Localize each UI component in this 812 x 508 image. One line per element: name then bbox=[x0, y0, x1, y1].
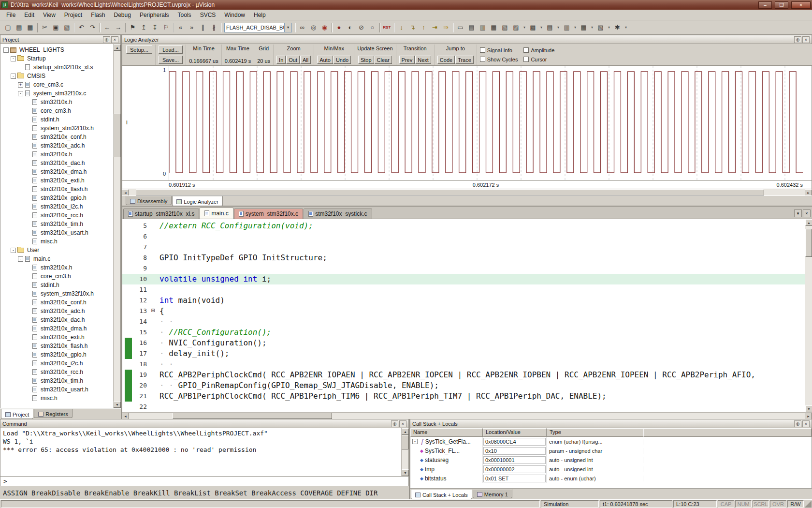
incremental-find-button[interactable]: ◉ bbox=[319, 22, 330, 33]
tree-item-misc-h[interactable]: misc.h bbox=[0, 394, 113, 403]
tree-item-stm32f10x-adc-h[interactable]: stm32f10x_adc.h bbox=[0, 141, 113, 150]
tab-disassembly[interactable]: Disassembly bbox=[126, 196, 172, 205]
find-button[interactable]: ◎ bbox=[308, 22, 319, 33]
pin-icon[interactable]: ◎ bbox=[794, 420, 801, 427]
close-icon[interactable]: × bbox=[111, 36, 118, 43]
tree-expander-icon[interactable]: + bbox=[18, 82, 23, 88]
tree-expander-icon[interactable]: - bbox=[18, 91, 23, 96]
la-all-button[interactable]: All bbox=[300, 56, 311, 64]
la-stop-button[interactable]: Stop bbox=[358, 56, 374, 64]
la-out-button[interactable]: Out bbox=[286, 56, 300, 64]
flash-config-combo[interactable]: FLASH_ACR_DISAB_BUF▾ bbox=[224, 23, 292, 32]
tree-expander-icon[interactable]: - bbox=[18, 256, 23, 262]
indent-button[interactable]: » bbox=[186, 22, 197, 33]
chevron-down-icon[interactable]: ▾ bbox=[284, 23, 291, 32]
tree-item-stm32f10x-tim-h[interactable]: stm32f10x_tim.h bbox=[0, 220, 113, 228]
editor-tab-startup-stm32f10x-xl-s[interactable]: startup_stm32f10x_xl.s bbox=[123, 209, 199, 219]
checkbox-amplitude[interactable]: Amplitude bbox=[523, 47, 554, 53]
run-button[interactable]: ⇒ bbox=[440, 22, 451, 33]
step-button[interactable]: ↓ bbox=[396, 22, 407, 33]
title-bar[interactable]: µ D:\Xtra_works\Keil_works\WheelLights\W… bbox=[0, 0, 812, 10]
pin-icon[interactable]: ◎ bbox=[391, 420, 398, 427]
tree-item-misc-h[interactable]: misc.h bbox=[0, 237, 113, 246]
tree-item-stm32f10x-dac-h[interactable]: stm32f10x_dac.h bbox=[0, 159, 113, 167]
la-prev-button[interactable]: Prev bbox=[399, 56, 415, 64]
tree-item-stm32f10x-h[interactable]: stm32f10x.h bbox=[0, 150, 113, 159]
scroll-track[interactable] bbox=[805, 226, 812, 405]
scroll-track[interactable] bbox=[402, 435, 408, 469]
tree-expander-icon[interactable]: - bbox=[11, 248, 16, 253]
scroll-thumb[interactable] bbox=[136, 189, 764, 195]
outdent-button[interactable]: « bbox=[175, 22, 186, 33]
checkbox-icon[interactable] bbox=[523, 57, 529, 62]
menu-help[interactable]: Help bbox=[249, 10, 270, 20]
scroll-up-icon[interactable]: ▲ bbox=[114, 44, 121, 51]
la-clear-button[interactable]: Clear bbox=[375, 56, 392, 64]
tab-project[interactable]: Project bbox=[1, 409, 33, 419]
editor-h-scrollbar[interactable]: ◄ ► bbox=[122, 412, 812, 419]
scroll-thumb[interactable] bbox=[402, 435, 408, 449]
tree-item-user[interactable]: -User bbox=[0, 246, 113, 254]
chevron-down-icon[interactable]: ▾ bbox=[555, 22, 561, 33]
trace-window-button[interactable]: ▦ bbox=[578, 22, 589, 33]
editor-tab-system-stm32f10x-c[interactable]: system_stm32f10x.c bbox=[234, 209, 303, 219]
checkbox-icon[interactable] bbox=[523, 47, 529, 53]
minimize-button[interactable]: – bbox=[758, 1, 772, 9]
code-line-19[interactable]: 19RCC_APB2PeriphClockCmd( RCC_APB2ENR_IO… bbox=[122, 370, 805, 380]
tree-item-stm32f10x-dma-h[interactable]: stm32f10x_dma.h bbox=[0, 324, 113, 333]
toggle-bookmark-button[interactable]: ⚑ bbox=[127, 22, 138, 33]
reset-cpu-button[interactable]: RST bbox=[381, 22, 392, 33]
serial-window-button[interactable]: ▤ bbox=[544, 22, 555, 33]
tree-item-wheel-lights[interactable]: -WHEEL_LIGHTS bbox=[0, 45, 113, 54]
code-line-8[interactable]: 8GPIO_InitTypeDef GPIO_InitStructure; bbox=[122, 253, 805, 263]
tree-item-stm32f10x-flash-h[interactable]: stm32f10x_flash.h bbox=[0, 185, 113, 194]
tab-logic-analyzer[interactable]: Logic Analyzer bbox=[172, 196, 223, 206]
scroll-right-icon[interactable]: ► bbox=[805, 413, 812, 419]
comment-selection-button[interactable]: ∥ bbox=[197, 22, 208, 33]
editor-v-scrollbar[interactable]: ▲ ▼ bbox=[805, 219, 812, 412]
memory-window-button[interactable]: ▩ bbox=[527, 22, 538, 33]
tree-item-stm32f10x-conf-h[interactable]: stm32f10x_conf.h bbox=[0, 133, 113, 141]
code-line-11[interactable]: 11 bbox=[122, 284, 805, 295]
tree-item-stm32f10x-exti-h[interactable]: stm32f10x_exti.h bbox=[0, 176, 113, 185]
command-input[interactable]: > bbox=[0, 477, 409, 486]
code-line-12[interactable]: 12int main(void) bbox=[122, 295, 805, 306]
callstack-row-systick-fl[interactable]: ◆SysTick_FL...0x10param - unsigned char bbox=[410, 446, 812, 455]
scroll-up-icon[interactable]: ▲ bbox=[805, 219, 812, 226]
close-button[interactable]: × bbox=[791, 1, 811, 9]
callstack-value[interactable]: 0x10 bbox=[483, 447, 546, 455]
menu-tools[interactable]: Tools bbox=[174, 10, 196, 20]
scroll-track[interactable] bbox=[129, 413, 805, 419]
callstack-row-tmp[interactable]: ◆tmp0x00000002auto - unsigned int bbox=[410, 464, 812, 474]
clear-bookmarks-button[interactable]: ⚐ bbox=[160, 22, 172, 33]
tree-item-main-c[interactable]: -main.c bbox=[0, 254, 113, 263]
la-plot[interactable] bbox=[169, 66, 803, 180]
tree-item-stm32f10x-adc-h[interactable]: stm32f10x_adc.h bbox=[0, 307, 113, 315]
code-line-13[interactable]: 13⊟{ bbox=[122, 306, 805, 316]
open-file-button[interactable]: ▤ bbox=[14, 22, 25, 33]
tree-item-stm32f10x-h[interactable]: stm32f10x.h bbox=[0, 98, 113, 106]
menu-project[interactable]: Project bbox=[60, 10, 87, 20]
step-over-button[interactable]: ↴ bbox=[407, 22, 418, 33]
undo-button[interactable]: ↶ bbox=[76, 22, 87, 33]
callstack-row-statusreg[interactable]: ◆statusreg0x00010001auto - unsigned int bbox=[410, 455, 812, 464]
tab-list-dropdown-icon[interactable]: ▾ bbox=[794, 209, 802, 217]
scroll-down-icon[interactable]: ▼ bbox=[805, 405, 812, 412]
command-output[interactable]: Load "D:\\Xtra_works\\Keil_works\\WheelL… bbox=[0, 428, 401, 476]
callstack-value[interactable]: 0x01 SET bbox=[483, 475, 546, 482]
tree-item-stm32f10x-rcc-h[interactable]: stm32f10x_rcc.h bbox=[0, 368, 113, 376]
la-trace-button[interactable]: Trace bbox=[455, 56, 474, 64]
checkbox-show-cycles[interactable]: Show Cycles bbox=[480, 57, 518, 62]
tree-item-stdint-h[interactable]: stdint.h bbox=[0, 281, 113, 289]
code-line-7[interactable]: 7 bbox=[122, 242, 805, 253]
menu-edit[interactable]: Edit bbox=[20, 10, 39, 20]
analysis-window-button[interactable]: ▥ bbox=[561, 22, 572, 33]
chevron-down-icon[interactable]: ▾ bbox=[623, 22, 629, 33]
call-stack-window-button[interactable]: ▧ bbox=[499, 22, 510, 33]
kill-all-breakpoints-button[interactable]: ○ bbox=[367, 22, 378, 33]
scroll-down-icon[interactable]: ▼ bbox=[402, 469, 409, 476]
scroll-thumb[interactable] bbox=[114, 114, 120, 157]
tree-item-stm32f10x-usart-h[interactable]: stm32f10x_usart.h bbox=[0, 385, 113, 394]
code-line-15[interactable]: 15· //RCC_Configuration(); bbox=[122, 327, 805, 338]
cut-button[interactable]: ✂ bbox=[39, 22, 50, 33]
